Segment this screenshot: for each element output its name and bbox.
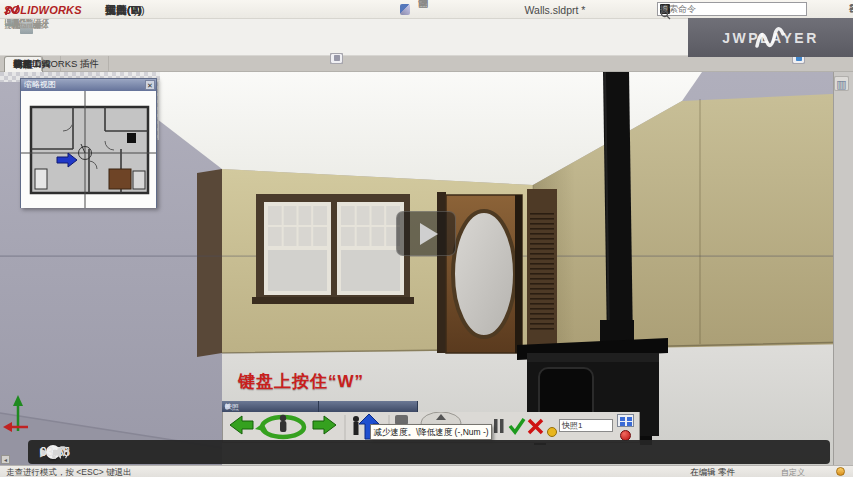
menu-help[interactable]: 帮助(H): [98, 0, 149, 18]
close-icon[interactable]: ✕: [849, 3, 853, 15]
command-manager-tabs: 特征 草图 曲面 钣金 模具工具 直接编辑 评估 SOLIDWORKS 插件: [0, 56, 853, 72]
room-right-wall: [533, 93, 853, 350]
command-search[interactable]: S ▾: [657, 2, 807, 16]
jwplayer-watermark: JWPLAYER: [688, 18, 853, 57]
document-title: Walls.sldprt *: [455, 4, 655, 16]
left-wall-edge: [197, 169, 222, 357]
snapshot-camera-icon: [548, 428, 557, 437]
thumbnail-window-title: 缩略视图: [21, 79, 156, 91]
play-icon: [420, 223, 438, 245]
video-frame[interactable]: ⌂ ▣ ▤ ▦ ▥ 缩略视图 ✕: [0, 0, 853, 477]
ribbon: 拉伸凸台/基体 旋转凸台/基体 扫描 放样凸台/基体 边界凸台/基体 拉伸切除 …: [0, 19, 688, 56]
close-icon[interactable]: ✕: [145, 80, 155, 90]
room-ceiling: [96, 72, 702, 185]
custom-properties-icon[interactable]: ▥: [834, 76, 849, 91]
louvered-door: [527, 189, 557, 347]
chimney: [603, 70, 633, 346]
video-control-bar: ▶ 02:55 03:38: [28, 440, 830, 464]
customize-dropdown[interactable]: 自定义: [781, 467, 805, 477]
confirm-icon: [510, 419, 524, 432]
turn-left-icon: [230, 416, 253, 434]
jwplayer-logo-text: JWPLAYER: [722, 30, 819, 46]
thumbnail-map-window: 缩略视图 ✕: [20, 78, 157, 208]
ribbon-group-instant3d: Instant3D: [0, 19, 7, 23]
brand-text: SOLIDWORKS: [4, 4, 82, 16]
tab-solidworks-addins[interactable]: SOLIDWORKS 插件: [4, 56, 109, 71]
pause-icon: [494, 419, 498, 433]
orientation-triad: [3, 395, 28, 432]
status-bar: 走查进行模式，按 <ESC> 键退出 在编辑 零件 自定义: [0, 465, 853, 477]
title-bar: SOLIDWORKS 文件(F) 编辑(E) 视图(V) 插入(I) 工具(T)…: [0, 0, 853, 19]
solidworks-logo: SOLIDWORKS: [4, 2, 94, 17]
task-pane: ⌂ ▣ ▤ ▦ ▥: [833, 72, 853, 465]
snapshot-name-field[interactable]: 快照1: [559, 419, 613, 432]
window: [252, 194, 414, 304]
snapshot-panel-header[interactable]: 快照 – ✕: [222, 401, 319, 412]
view-settings-icon[interactable]: [330, 53, 343, 64]
video-play-overlay-button[interactable]: [396, 211, 456, 256]
cancel-icon: [529, 420, 542, 433]
search-input[interactable]: [660, 4, 750, 14]
tutorial-caption: 键盘上按住“W”: [238, 370, 364, 393]
speed-tooltip: 减少速度。\降低速度 (-,Num -): [370, 424, 492, 440]
status-message: 走查进行模式，按 <ESC> 键退出: [6, 467, 132, 477]
room-front-wall: [222, 169, 533, 353]
resources-icon[interactable]: [836, 467, 845, 476]
pin-icon[interactable]: [400, 4, 410, 15]
edit-state: 在编辑 零件: [690, 467, 735, 477]
instant3d-button[interactable]: Instant3D: [3, 21, 50, 22]
panel-close-icon[interactable]: ✕: [225, 401, 230, 412]
floor-plan-map: [21, 91, 156, 208]
options-icon[interactable]: ⚙▾: [418, 0, 428, 9]
turn-right-icon: [313, 416, 336, 434]
snapshot-grid-button[interactable]: [617, 414, 634, 427]
